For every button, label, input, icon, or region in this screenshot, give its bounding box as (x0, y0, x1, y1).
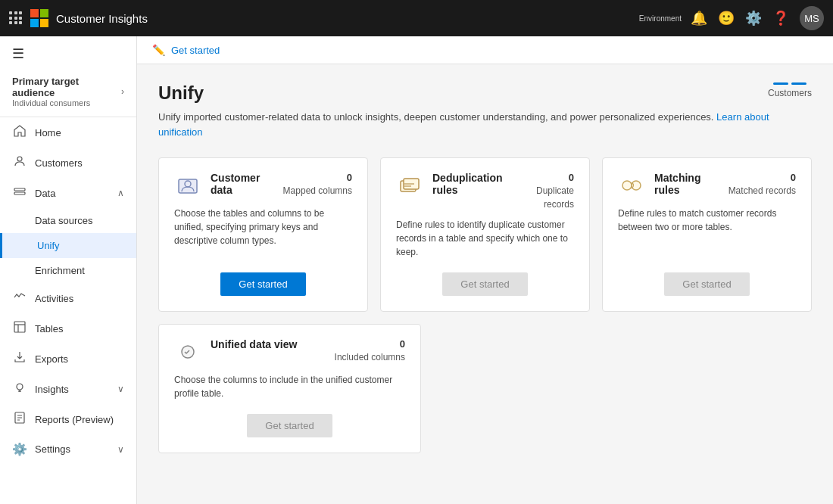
matching-icon (618, 172, 645, 199)
sidebar-item-data-label: Data (35, 188, 55, 199)
reports-icon (12, 412, 27, 427)
card-matching-action: Get started (618, 272, 796, 296)
card-customer-data-count: 0 (283, 172, 352, 183)
page-subtitle: Unify imported customer-related data to … (158, 110, 812, 139)
page-title: Unify (158, 82, 768, 104)
sidebar-item-home[interactable]: Home (0, 117, 136, 148)
card-unified-header: Unified data view 0 Included columns (174, 338, 405, 366)
sidebar-item-tables-label: Tables (35, 323, 64, 334)
sidebar-item-customers-label: Customers (35, 157, 83, 169)
sidebar-item-reports-label: Reports (Preview) (35, 414, 114, 425)
data-chevron-icon: ∧ (117, 188, 124, 198)
card-matching-btn: Get started (664, 272, 749, 296)
sidebar: ☰ Primary target audience Individual con… (0, 36, 137, 504)
notification-icon[interactable]: 🔔 (691, 10, 707, 26)
data-subnav: Data sources Unify Enrichment (0, 208, 136, 283)
microsoft-logo (30, 9, 48, 27)
data-icon (12, 185, 27, 201)
main-content: ✏️ Get started Unify Customers Unify imp… (137, 36, 833, 504)
card-customer-data-description: Choose the tables and columns to be unif… (174, 207, 352, 259)
cards-row-bottom: Unified data view 0 Included columns Cho… (158, 324, 812, 453)
sidebar-item-data-sources[interactable]: Data sources (0, 208, 136, 233)
pencil-icon: ✏️ (152, 44, 165, 56)
sidebar-item-settings[interactable]: ⚙️ Settings ∨ (0, 434, 136, 464)
target-sub: Individual consumers (12, 98, 121, 107)
svg-point-18 (632, 181, 641, 190)
exports-icon (12, 351, 27, 366)
sidebar-item-settings-label: Settings (35, 443, 70, 455)
sidebar-item-insights-label: Insights (35, 384, 69, 395)
home-icon (12, 125, 27, 140)
content-area: Unify Customers Unify imported customer-… (137, 64, 833, 504)
card-dedup: Deduplication rules 0 Duplicate records … (380, 157, 590, 312)
sidebar-item-exports[interactable]: Exports (0, 344, 136, 374)
card-matching-title: Matching rules (654, 172, 719, 196)
target-title: Primary target audience (12, 76, 121, 98)
card-dedup-count: 0 (512, 172, 574, 183)
unified-icon (174, 338, 201, 366)
sidebar-top: ☰ (0, 36, 136, 68)
card-unified-btn: Get started (247, 414, 332, 437)
card-dedup-title: Deduplication rules (432, 172, 503, 196)
customers-icon (12, 155, 27, 170)
settings-nav-icon: ⚙️ (12, 442, 27, 456)
card-dedup-count-label: Duplicate records (536, 185, 574, 210)
card-unified-count-label: Included columns (335, 352, 405, 362)
help-icon[interactable]: ❓ (772, 10, 789, 26)
activities-icon (12, 291, 27, 306)
card-matching-description: Define rules to match customer records b… (618, 207, 796, 259)
env-label: Environment (639, 14, 682, 23)
sidebar-item-insights[interactable]: Insights ∨ (0, 374, 136, 404)
card-customer-data-btn[interactable]: Get started (220, 272, 305, 296)
card-matching-count: 0 (728, 172, 796, 183)
sidebar-nav: Home Customers Data ∧ Data sources Unify… (0, 117, 136, 504)
sidebar-item-enrichment[interactable]: Enrichment (0, 258, 136, 283)
card-matching-count-label: Matched records (728, 185, 796, 196)
environment-selector[interactable]: Environment (639, 14, 682, 23)
sidebar-item-activities[interactable]: Activities (0, 283, 136, 313)
card-unified: Unified data view 0 Included columns Cho… (158, 324, 421, 453)
card-customer-data: Customer data 0 Mapped columns Choose th… (158, 157, 368, 312)
sidebar-item-unify[interactable]: Unify (0, 233, 136, 258)
svg-rect-1 (14, 188, 25, 191)
target-audience-selector[interactable]: Primary target audience Individual consu… (0, 68, 136, 117)
card-customer-data-title: Customer data (211, 172, 274, 196)
settings-chevron-icon: ∨ (117, 444, 124, 455)
svg-point-6 (17, 384, 23, 390)
insights-icon (12, 381, 27, 397)
avatar[interactable]: MS (800, 6, 824, 30)
header-dot-1 (773, 82, 788, 85)
customers-header-label: Customers (768, 88, 812, 98)
svg-rect-3 (14, 322, 25, 332)
customer-data-icon (174, 172, 201, 199)
card-unified-title: Unified data view (211, 338, 326, 350)
breadcrumb-bar: ✏️ Get started (137, 36, 833, 64)
card-dedup-description: Define rules to identify duplicate custo… (396, 218, 574, 259)
sidebar-item-customers[interactable]: Customers (0, 148, 136, 178)
cards-row-top: Customer data 0 Mapped columns Choose th… (158, 157, 812, 312)
card-matching: Matching rules 0 Matched records Define … (602, 157, 812, 312)
target-chevron-icon: › (121, 86, 124, 97)
svg-rect-2 (14, 192, 25, 194)
hamburger-icon[interactable]: ☰ (12, 46, 24, 61)
card-unified-action: Get started (174, 414, 405, 437)
card-matching-header: Matching rules 0 Matched records (618, 172, 796, 199)
layout: ☰ Primary target audience Individual con… (0, 36, 833, 504)
page-header: Unify Customers (158, 82, 812, 104)
sidebar-item-reports[interactable]: Reports (Preview) (0, 404, 136, 434)
settings-icon[interactable]: ⚙️ (745, 10, 762, 26)
breadcrumb-label[interactable]: Get started (171, 45, 220, 56)
dedup-icon (396, 172, 423, 199)
app-name: Customer Insights (56, 12, 148, 25)
tables-icon (12, 321, 27, 336)
card-unified-count: 0 (335, 338, 405, 350)
insights-chevron-icon: ∨ (117, 384, 124, 394)
card-dedup-btn: Get started (442, 272, 527, 296)
apps-icon[interactable] (9, 11, 23, 25)
sidebar-item-data[interactable]: Data ∧ (0, 178, 136, 208)
header-dot-2 (791, 82, 806, 85)
card-customer-data-count-label: Mapped columns (283, 185, 352, 196)
emoji-icon[interactable]: 🙂 (718, 10, 735, 26)
card-customer-data-action: Get started (174, 272, 352, 296)
sidebar-item-tables[interactable]: Tables (0, 313, 136, 344)
